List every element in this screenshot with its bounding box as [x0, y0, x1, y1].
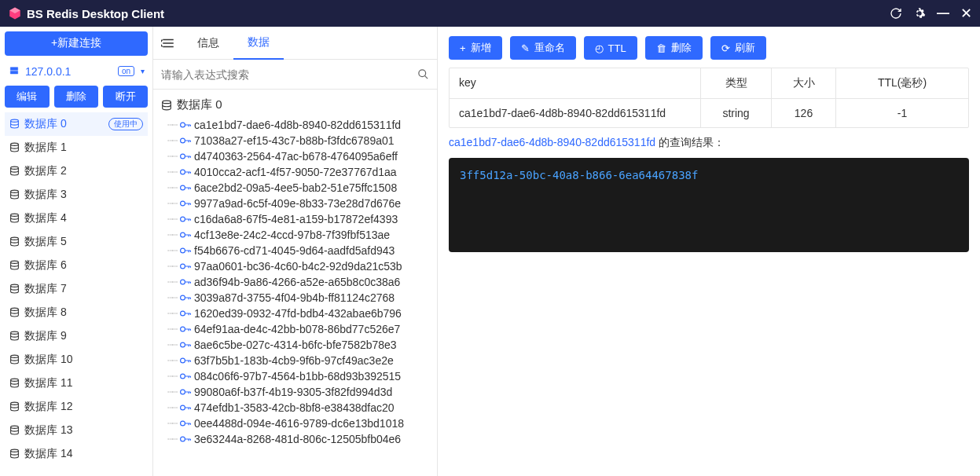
key-node[interactable]: ┄┄99080a6f-b37f-4b19-9305-3f82fd994d3d — [167, 384, 432, 400]
key-node[interactable]: ┄┄71038a27-ef15-43c7-b88b-f3fdc6789a01 — [167, 133, 432, 148]
sidebar-item-db-9[interactable]: 数据库 9 — [5, 324, 148, 348]
key-node[interactable]: ┄┄ca1e1bd7-dae6-4d8b-8940-82dd615311fd — [167, 117, 432, 133]
search-bar — [153, 60, 437, 90]
svg-point-18 — [181, 123, 185, 127]
tabs: 信息 数据 — [153, 27, 437, 60]
sidebar-item-db-5[interactable]: 数据库 5 — [5, 230, 148, 254]
add-button[interactable]: +新增 — [449, 36, 502, 60]
svg-point-36 — [181, 405, 185, 410]
key-node[interactable]: ┄┄9977a9ad-6c5f-409e-8b33-73e28d7d676e — [167, 196, 432, 211]
svg-point-11 — [11, 379, 19, 381]
tree-connector: ┄┄ — [167, 386, 177, 397]
tree-connector: ┄┄ — [167, 261, 177, 272]
svg-point-14 — [11, 449, 19, 452]
database-icon — [9, 425, 20, 435]
key-icon — [180, 247, 191, 254]
sidebar-item-db-12[interactable]: 数据库 12 — [5, 395, 148, 419]
key-node[interactable]: ┄┄c16da6a8-67f5-4e81-a159-b17872ef4393 — [167, 211, 432, 227]
db-label: 数据库 4 — [24, 211, 67, 225]
key-node[interactable]: ┄┄3e63244a-8268-481d-806c-12505bfb04e6 — [167, 431, 432, 447]
key-label: 63f7b5b1-183b-4cb9-9f6b-97cf49ac3e2e — [194, 354, 394, 367]
key-node[interactable]: ┄┄3039a87d-3755-4f04-9b4b-ff81124c2768 — [167, 290, 432, 306]
sidebar-item-db-15[interactable]: 数据库 15 — [5, 466, 148, 472]
action-bar: +新增 ✎重命名 ◴TTL 🗑删除 ⟳刷新 — [449, 36, 969, 60]
key-icon — [180, 200, 191, 207]
key-node[interactable]: ┄┄ad36f94b-9a86-4266-a52e-a65b8c0c38a6 — [167, 274, 432, 290]
disconnect-button[interactable]: 断开 — [103, 86, 148, 108]
svg-point-19 — [181, 138, 185, 143]
sidebar-item-db-0[interactable]: 数据库 0使用中 — [5, 112, 148, 136]
refresh-icon[interactable] — [890, 7, 902, 20]
sidebar-item-db-4[interactable]: 数据库 4 — [5, 207, 148, 230]
db-label: 数据库 10 — [24, 353, 72, 367]
tree-connector: ┄┄ — [167, 182, 177, 193]
search-icon[interactable] — [417, 68, 429, 80]
svg-point-37 — [181, 421, 185, 426]
key-label: 9977a9ad-6c5f-409e-8b33-73e28d7d676e — [194, 197, 401, 210]
tree-connector: ┄┄ — [167, 324, 177, 335]
ttl-button[interactable]: ◴TTL — [584, 36, 637, 60]
key-icon — [180, 215, 191, 223]
sidebar-item-db-13[interactable]: 数据库 13 — [5, 419, 148, 442]
key-node[interactable]: ┄┄8ae6c5be-027c-4314-b6fc-bfe7582b78e3 — [167, 337, 432, 353]
key-icon — [180, 404, 191, 412]
close-icon[interactable]: ✕ — [960, 5, 972, 22]
rename-button[interactable]: ✎重命名 — [510, 36, 576, 60]
sidebar-item-db-2[interactable]: 数据库 2 — [5, 159, 148, 183]
tree-connector: ┄┄ — [167, 308, 177, 319]
sidebar: +新建连接 127.0.0.1 on ▾ 编辑 删除 断开 数据库 0使用中数据… — [0, 27, 153, 476]
search-input[interactable] — [161, 68, 417, 81]
key-icon — [180, 137, 191, 145]
edit-button[interactable]: 编辑 — [5, 86, 50, 108]
key-node[interactable]: ┄┄97aa0601-bc36-4c60-b4c2-92d9da21c53b — [167, 258, 432, 274]
svg-point-22 — [181, 185, 185, 190]
key-node[interactable]: ┄┄f54b6676-cd71-4045-9d64-aadfd5afd943 — [167, 243, 432, 258]
key-tree: ┄┄ca1e1bd7-dae6-4d8b-8940-82dd615311fd┄┄… — [153, 117, 437, 476]
key-icon — [180, 435, 191, 443]
sidebar-item-db-3[interactable]: 数据库 3 — [5, 183, 148, 207]
key-node[interactable]: ┄┄4010cca2-acf1-4f57-9050-72e37767d1aa — [167, 164, 432, 180]
svg-point-21 — [181, 170, 185, 174]
key-node[interactable]: ┄┄0ee4488d-094e-4616-9789-dc6e13bd1018 — [167, 416, 432, 431]
database-icon — [9, 213, 20, 223]
delete-key-button[interactable]: 🗑删除 — [645, 36, 703, 60]
connection-host: 127.0.0.1 — [25, 65, 71, 78]
key-node[interactable]: ┄┄63f7b5b1-183b-4cb9-9f6b-97cf49ac3e2e — [167, 353, 432, 368]
key-node[interactable]: ┄┄4cf13e8e-24c2-4ccd-97b8-7f39fbf513ae — [167, 227, 432, 243]
key-node[interactable]: ┄┄6ace2bd2-09a5-4ee5-bab2-51e75ffc1508 — [167, 180, 432, 196]
key-label: 97aa0601-bc36-4c60-b4c2-92d9da21c53b — [194, 260, 402, 273]
delete-button[interactable]: 删除 — [54, 86, 99, 108]
collapse-sidebar-icon[interactable] — [153, 38, 183, 49]
database-icon — [9, 260, 20, 270]
key-node[interactable]: ┄┄d4740363-2564-47ac-b678-4764095a6eff — [167, 148, 432, 164]
sidebar-item-db-10[interactable]: 数据库 10 — [5, 348, 148, 372]
sidebar-item-db-7[interactable]: 数据库 7 — [5, 277, 148, 301]
sidebar-item-db-11[interactable]: 数据库 11 — [5, 372, 148, 395]
sidebar-item-db-8[interactable]: 数据库 8 — [5, 301, 148, 324]
db-label: 数据库 8 — [24, 306, 67, 320]
tab-info[interactable]: 信息 — [183, 27, 233, 60]
db-label: 数据库 12 — [24, 400, 72, 414]
sidebar-item-db-6[interactable]: 数据库 6 — [5, 254, 148, 277]
svg-point-4 — [11, 214, 19, 216]
sidebar-item-db-14[interactable]: 数据库 14 — [5, 442, 148, 466]
svg-point-8 — [11, 308, 19, 310]
db-tree-header[interactable]: 数据库 0 — [153, 90, 437, 117]
minimize-icon[interactable]: — — [937, 6, 949, 20]
refresh-button[interactable]: ⟳刷新 — [710, 36, 766, 60]
key-node[interactable]: ┄┄084c06f6-97b7-4564-b1bb-68d93b392515 — [167, 368, 432, 384]
tab-data[interactable]: 数据 — [233, 27, 284, 60]
key-node[interactable]: ┄┄1620ed39-0932-47fd-bdb4-432abae6b796 — [167, 306, 432, 321]
key-node[interactable]: ┄┄64ef91aa-de4c-42bb-b078-86bd77c526e7 — [167, 321, 432, 337]
key-label: ad36f94b-9a86-4266-a52e-a65b8c0c38a6 — [194, 276, 400, 288]
svg-point-38 — [181, 437, 185, 441]
svg-point-7 — [11, 284, 19, 287]
key-node[interactable]: ┄┄474efdb1-3583-42cb-8bf8-e38438dfac20 — [167, 400, 432, 416]
sidebar-item-db-1[interactable]: 数据库 1 — [5, 136, 148, 159]
key-label: 1620ed39-0932-47fd-bdb4-432abae6b796 — [194, 307, 402, 320]
gear-icon[interactable] — [913, 7, 926, 20]
connection-item[interactable]: 127.0.0.1 on ▾ — [5, 60, 148, 82]
chevron-down-icon: ▾ — [141, 67, 145, 75]
new-connection-button[interactable]: +新建连接 — [5, 31, 148, 56]
tree-connector: ┄┄ — [167, 276, 177, 287]
